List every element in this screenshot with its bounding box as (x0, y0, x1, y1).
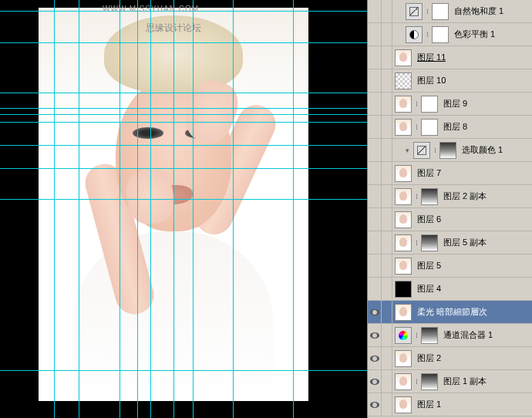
layer-row[interactable]: ⁞色彩平衡 1 (368, 23, 532, 46)
layers-panel[interactable]: ⁞自然饱和度 1⁞色彩平衡 1图层 11图层 10⁞图层 9⁞图层 8▾⁞选取颜… (367, 0, 532, 418)
visibility-toggle[interactable] (368, 324, 382, 346)
link-column[interactable] (382, 162, 392, 184)
layer-name[interactable]: 图层 5 (414, 260, 441, 271)
layer-name[interactable]: 通道混合器 1 (440, 329, 493, 341)
mask-thumbnail[interactable] (421, 96, 438, 113)
layer-name[interactable]: 图层 2 (414, 352, 441, 364)
link-column[interactable] (382, 301, 392, 323)
layer-row[interactable]: ⁞自然饱和度 1 (368, 0, 532, 23)
visibility-toggle[interactable] (368, 23, 382, 46)
link-column[interactable] (382, 23, 392, 46)
adjustment-thumbnail[interactable] (406, 26, 423, 43)
mask-thumbnail[interactable] (421, 234, 438, 251)
visibility-toggle[interactable] (368, 208, 382, 231)
link-column[interactable] (382, 46, 392, 69)
visibility-toggle[interactable] (368, 69, 382, 92)
visibility-toggle[interactable] (368, 185, 382, 207)
link-column[interactable] (382, 116, 392, 138)
link-column[interactable] (382, 255, 392, 277)
layer-name[interactable]: 图层 6 (414, 214, 441, 225)
visibility-toggle[interactable] (368, 370, 382, 393)
link-column[interactable] (382, 93, 392, 115)
layer-row[interactable]: 图层 6 (368, 208, 532, 231)
link-column[interactable] (382, 208, 392, 231)
mask-thumbnail[interactable] (439, 142, 456, 159)
canvas-area[interactable]: WWW.MISSYUAN.COM 思缘设计论坛 (0, 0, 367, 418)
layer-thumbnail[interactable] (395, 350, 412, 367)
layer-row[interactable]: 图层 1 (368, 393, 532, 416)
layer-thumbnail[interactable] (395, 373, 412, 390)
mask-link-icon[interactable]: ⁞ (413, 99, 419, 109)
layer-name[interactable]: 图层 10 (414, 75, 446, 86)
layer-name[interactable]: 选取颜色 1 (459, 144, 503, 156)
mask-thumbnail[interactable] (421, 373, 438, 390)
layer-row[interactable]: 图层 7 (368, 162, 532, 185)
visibility-toggle[interactable] (368, 139, 382, 161)
mask-thumbnail[interactable] (432, 3, 449, 20)
layer-row[interactable]: ⁞图层 8 (368, 116, 532, 139)
link-column[interactable] (382, 185, 392, 207)
layer-name[interactable]: 图层 7 (414, 167, 441, 179)
mask-link-icon[interactable]: ⁞ (413, 238, 419, 248)
layer-row[interactable]: 图层 4 (368, 278, 532, 301)
layer-name[interactable]: 色彩平衡 1 (451, 29, 495, 40)
link-column[interactable] (382, 393, 392, 416)
layer-name[interactable]: 图层 4 (414, 283, 441, 295)
adjustment-thumbnail[interactable] (406, 3, 423, 20)
mask-link-icon[interactable]: ⁞ (413, 192, 419, 201)
layer-name[interactable]: 图层 5 副本 (440, 237, 487, 248)
layer-row[interactable]: 图层 5 (368, 255, 532, 278)
link-column[interactable] (382, 278, 392, 300)
mask-link-icon[interactable]: ⁞ (424, 7, 430, 16)
layer-thumbnail[interactable] (395, 49, 412, 66)
link-column[interactable] (382, 347, 392, 369)
visibility-toggle[interactable] (368, 116, 382, 138)
link-column[interactable] (382, 231, 392, 254)
layer-thumbnail[interactable] (395, 119, 412, 136)
layer-row[interactable]: ⁞图层 5 副本 (368, 231, 532, 255)
layer-thumbnail[interactable] (395, 72, 412, 89)
layer-row[interactable]: 柔光 暗部細節層次 (368, 301, 532, 324)
mask-thumbnail[interactable] (421, 188, 438, 205)
link-column[interactable] (382, 69, 392, 92)
mask-link-icon[interactable]: ⁞ (413, 377, 419, 386)
layer-row[interactable]: ▾⁞选取颜色 1 (368, 139, 532, 162)
layer-row[interactable]: ⁞图层 1 副本 (368, 370, 532, 393)
visibility-toggle[interactable] (368, 0, 382, 22)
visibility-toggle[interactable] (368, 162, 382, 184)
layer-thumbnail[interactable] (395, 96, 412, 113)
layer-thumbnail[interactable] (395, 396, 412, 413)
mask-link-icon[interactable]: ⁞ (413, 123, 419, 132)
mask-link-icon[interactable]: ⁞ (413, 331, 419, 340)
visibility-toggle[interactable] (368, 301, 382, 323)
layer-row[interactable]: 图层 10 (368, 69, 532, 93)
visibility-toggle[interactable] (368, 231, 382, 254)
layer-row[interactable]: ⁞图层 2 副本 (368, 185, 532, 208)
layer-name[interactable]: 图层 1 副本 (440, 376, 487, 387)
layer-row[interactable]: ⁞图层 9 (368, 93, 532, 116)
layer-thumbnail[interactable] (395, 304, 412, 321)
mask-thumbnail[interactable] (421, 327, 438, 344)
layer-name[interactable]: 图层 8 (440, 121, 467, 133)
link-column[interactable] (382, 139, 392, 161)
layer-name[interactable]: 自然饱和度 1 (451, 5, 503, 17)
layer-name[interactable]: 图层 11 (414, 52, 446, 63)
document-image[interactable]: 思缘设计论坛 (39, 8, 308, 401)
layer-thumbnail[interactable] (395, 188, 412, 205)
layer-thumbnail[interactable] (395, 165, 412, 182)
visibility-toggle[interactable] (368, 393, 382, 416)
layer-row[interactable]: 图层 11 (368, 46, 532, 69)
layer-thumbnail[interactable] (395, 281, 412, 298)
link-column[interactable] (382, 370, 392, 393)
link-column[interactable] (382, 324, 392, 346)
layer-row[interactable]: 图层 2 (368, 347, 532, 370)
visibility-toggle[interactable] (368, 255, 382, 277)
mask-link-icon[interactable]: ⁞ (424, 30, 430, 39)
layer-name[interactable]: 图层 1 (414, 399, 441, 410)
link-column[interactable] (382, 0, 392, 22)
layer-thumbnail[interactable] (395, 234, 412, 251)
visibility-toggle[interactable] (368, 278, 382, 300)
visibility-toggle[interactable] (368, 93, 382, 115)
mask-thumbnail[interactable] (421, 119, 438, 136)
layer-name[interactable]: 图层 2 副本 (440, 190, 487, 202)
